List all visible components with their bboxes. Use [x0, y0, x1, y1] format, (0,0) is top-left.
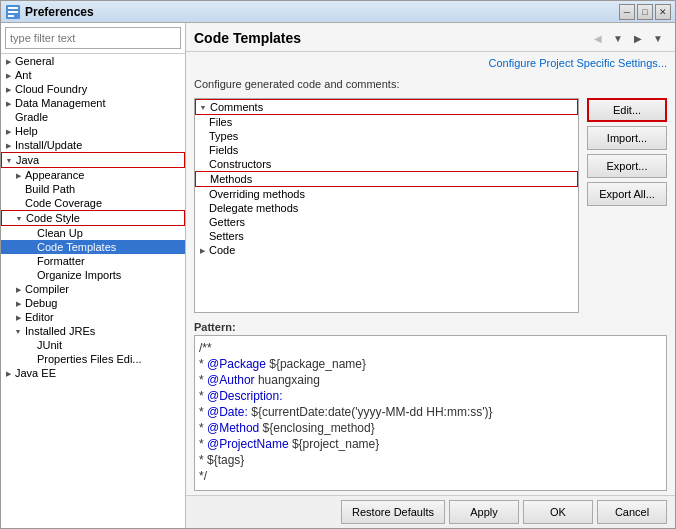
arrow-icon — [25, 354, 35, 364]
back-button[interactable]: ◀ — [589, 29, 607, 47]
template-item-delegate-methods[interactable]: Delegate methods — [195, 201, 578, 215]
tree-item-ant[interactable]: Ant — [1, 68, 185, 82]
arrow-icon — [197, 189, 207, 199]
arrow-icon — [3, 84, 13, 94]
arrow-icon — [13, 170, 23, 180]
arrow-icon — [197, 117, 207, 127]
tree-item-label: Editor — [23, 311, 54, 323]
pattern-line: * @Date: ${currentDate:date('yyyy-MM-dd … — [199, 404, 662, 420]
tree-item-build-path[interactable]: Build Path — [1, 182, 185, 196]
arrow-icon — [13, 284, 23, 294]
tree-item-organize-imports[interactable]: Organize Imports — [1, 268, 185, 282]
arrow-icon — [198, 102, 208, 112]
tree-item-java[interactable]: Java — [1, 152, 185, 168]
apply-button[interactable]: Apply — [449, 500, 519, 524]
arrow-icon — [13, 298, 23, 308]
tree-item-editor[interactable]: Editor — [1, 310, 185, 324]
panel-header: Code Templates ◀ ▼ ▶ ▼ — [186, 23, 675, 52]
template-item-code[interactable]: Code — [195, 243, 578, 257]
pattern-label: Pattern: — [194, 321, 667, 333]
action-buttons: Edit... Import... Export... Export All..… — [587, 98, 667, 313]
template-item-types[interactable]: Types — [195, 129, 578, 143]
restore-defaults-button[interactable]: Restore Defaults — [341, 500, 445, 524]
arrow-icon — [197, 203, 207, 213]
tree-item-junit[interactable]: JUnit — [1, 338, 185, 352]
tree-item-clean-up[interactable]: Clean Up — [1, 226, 185, 240]
ok-button[interactable]: OK — [523, 500, 593, 524]
template-item-label: Overriding methods — [207, 188, 305, 200]
template-item-fields[interactable]: Fields — [195, 143, 578, 157]
export-all-button[interactable]: Export All... — [587, 182, 667, 206]
arrow-icon — [25, 228, 35, 238]
cancel-button[interactable]: Cancel — [597, 500, 667, 524]
tree-item-debug[interactable]: Debug — [1, 296, 185, 310]
forward-button[interactable]: ▶ — [629, 29, 647, 47]
tree-item-properties-files[interactable]: Properties Files Edi... — [1, 352, 185, 366]
nav-menu-button[interactable]: ▼ — [649, 29, 667, 47]
template-item-files[interactable]: Files — [195, 115, 578, 129]
tree-item-code-coverage[interactable]: Code Coverage — [1, 196, 185, 210]
filter-bar — [1, 23, 185, 54]
tree-item-data-management[interactable]: Data Management — [1, 96, 185, 110]
pattern-box: /** * @Package ${package_name} * @Author… — [194, 335, 667, 491]
nav-dropdown-button[interactable]: ▼ — [609, 29, 627, 47]
arrow-icon — [197, 245, 207, 255]
tree-item-install-update[interactable]: Install/Update — [1, 138, 185, 152]
close-button[interactable]: ✕ — [655, 4, 671, 20]
filter-input[interactable] — [5, 27, 181, 49]
tree-item-label: Appearance — [23, 169, 84, 181]
window-controls: ─ □ ✕ — [619, 4, 671, 20]
arrow-icon — [25, 270, 35, 280]
edit-button[interactable]: Edit... — [587, 98, 667, 122]
configure-project-link[interactable]: Configure Project Specific Settings... — [488, 57, 667, 69]
left-panel: General Ant Cloud Foundry Data Managemen… — [1, 23, 186, 528]
template-item-label: Constructors — [207, 158, 271, 170]
tree-item-installed-jres[interactable]: Installed JREs — [1, 324, 185, 338]
tree-item-label: Installed JREs — [23, 325, 95, 337]
template-item-constructors[interactable]: Constructors — [195, 157, 578, 171]
template-item-label: Comments — [208, 101, 263, 113]
tree-item-label: Cloud Foundry — [13, 83, 87, 95]
svg-rect-1 — [8, 7, 18, 9]
tree-item-label: Debug — [23, 297, 57, 309]
tree-item-gradle[interactable]: Gradle — [1, 110, 185, 124]
template-item-overriding-methods[interactable]: Overriding methods — [195, 187, 578, 201]
tree-item-code-templates[interactable]: Code Templates — [1, 240, 185, 254]
arrow-icon — [25, 256, 35, 266]
tree-item-label: Compiler — [23, 283, 69, 295]
minimize-button[interactable]: ─ — [619, 4, 635, 20]
maximize-button[interactable]: □ — [637, 4, 653, 20]
tree-item-java-ee[interactable]: Java EE — [1, 366, 185, 380]
template-item-comments[interactable]: Comments — [195, 99, 578, 115]
arrow-icon — [14, 213, 24, 223]
tree-item-formatter[interactable]: Formatter — [1, 254, 185, 268]
navigation-tree: General Ant Cloud Foundry Data Managemen… — [1, 54, 185, 528]
template-item-methods[interactable]: Methods — [195, 171, 578, 187]
tree-item-label: Clean Up — [35, 227, 83, 239]
tree-item-label: JUnit — [35, 339, 62, 351]
tree-item-general[interactable]: General — [1, 54, 185, 68]
right-panel: Code Templates ◀ ▼ ▶ ▼ Configure Project… — [186, 23, 675, 528]
panel-title: Code Templates — [194, 30, 301, 46]
pattern-line: /** — [199, 340, 662, 356]
window-title: Preferences — [25, 5, 619, 19]
export-button[interactable]: Export... — [587, 154, 667, 178]
tree-item-label: Help — [13, 125, 38, 137]
tree-item-label: Organize Imports — [35, 269, 121, 281]
svg-rect-2 — [8, 11, 18, 13]
tree-item-cloud-foundry[interactable]: Cloud Foundry — [1, 82, 185, 96]
pattern-line: * @ProjectName ${project_name} — [199, 436, 662, 452]
tree-item-compiler[interactable]: Compiler — [1, 282, 185, 296]
arrow-icon — [197, 231, 207, 241]
template-item-getters[interactable]: Getters — [195, 215, 578, 229]
tree-item-label: Gradle — [13, 111, 48, 123]
arrow-icon — [13, 312, 23, 322]
tree-item-label: Data Management — [13, 97, 106, 109]
import-button[interactable]: Import... — [587, 126, 667, 150]
tree-item-label: Formatter — [35, 255, 85, 267]
tree-item-code-style[interactable]: Code Style — [1, 210, 185, 226]
pattern-line: */ — [199, 468, 662, 484]
tree-item-appearance[interactable]: Appearance — [1, 168, 185, 182]
tree-item-help[interactable]: Help — [1, 124, 185, 138]
template-item-setters[interactable]: Setters — [195, 229, 578, 243]
